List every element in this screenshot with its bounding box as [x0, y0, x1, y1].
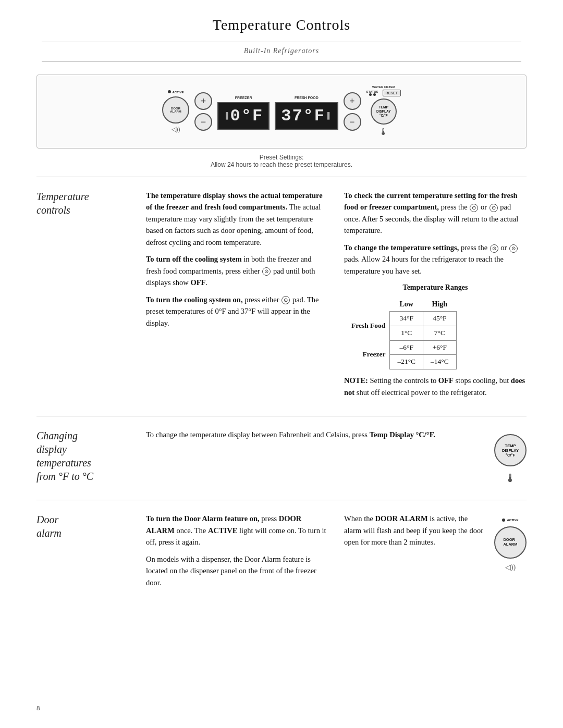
speaker-icon-right: ◁)): [505, 562, 516, 573]
freezer-display: 0°F: [230, 106, 264, 126]
subtitle: Built-In Refrigerators: [244, 47, 320, 55]
temp-ranges-container: Temperature Ranges Low High Fresh Food 3…: [344, 282, 527, 369]
freezer-low1: –6°F: [390, 340, 423, 355]
right-controls: WATER FILTER STATUS RESET TEMPDISPLAY°C/…: [366, 85, 401, 138]
changing-display-para: To change the temperature display betwee…: [146, 429, 473, 440]
freezer-row1: Freezer –6°F +6°F: [344, 340, 456, 355]
fresh-food-row-label: Fresh Food: [344, 311, 390, 340]
temp-p1: The temperature display shows the actual…: [146, 190, 328, 248]
active-label-right: ACTIVE: [507, 518, 518, 523]
water-filter-area: WATER FILTER STATUS RESET: [366, 85, 401, 96]
fresh-food-display-box: FRESH FOOD 37°F ▌: [275, 102, 338, 130]
door-alarm-btn-label: DOORALARM: [170, 107, 181, 113]
fresh-food-high1: 45°F: [423, 311, 457, 326]
freezer-display-box: FREEZER ▐ 0°F: [217, 102, 270, 130]
temp-ranges-table: Low High Fresh Food 34°F 45°F 1°C 7°C: [344, 298, 457, 369]
preset-line2: Allow 24 hours to reach these preset tem…: [211, 161, 352, 168]
fresh-food-display: 37°F: [281, 106, 325, 126]
header-divider2: [42, 61, 521, 62]
changing-display-right: TEMPDISPLAY°C/°F 🌡: [494, 429, 527, 487]
temp-controls-col-right: To check the current temperature setting…: [344, 190, 527, 403]
door-alarm-right-text: When the DOOR ALARM is active, the alarm…: [344, 513, 484, 553]
temp-p3: To turn the cooling system on, press eit…: [146, 294, 328, 329]
temp-controls-two-col: The temperature display shows the actual…: [146, 190, 527, 403]
door-alarm-btn-large[interactable]: DOORALARM: [494, 526, 527, 559]
table-header-row: Low High: [344, 298, 456, 311]
right-ctrl-pair: + −: [344, 92, 361, 131]
note-para: NOTE: Setting the controls to OFF stops …: [344, 375, 527, 398]
table-col-low: Low: [390, 298, 423, 311]
temp-controls-col-left: The temperature display shows the actual…: [146, 190, 328, 403]
door-alarm-p2: On models with a dispenser, the Door Ala…: [146, 553, 328, 588]
door-alarm-when-p: When the DOOR ALARM is active, the alarm…: [344, 513, 484, 548]
temp-p4: To check the current temperature setting…: [344, 190, 527, 237]
temp-display-btn-label: TEMPDISPLAY°C/°F: [376, 105, 391, 117]
page-number: 8: [36, 704, 40, 712]
door-alarm-btn[interactable]: DOORALARM: [162, 96, 189, 124]
fresh-food-row1: Fresh Food 34°F 45°F: [344, 311, 456, 326]
temp-display-btn-large[interactable]: TEMPDISPLAY°C/°F: [494, 434, 527, 466]
active-dot-right: [502, 519, 505, 522]
temp-p5: To change the temperature settings, pres…: [344, 242, 527, 277]
table-col-high: High: [423, 298, 457, 311]
header-divider: [42, 42, 521, 42]
temp-display-btn[interactable]: TEMPDISPLAY°C/°F: [371, 98, 397, 125]
fresh-food-low2: 1°C: [390, 326, 423, 340]
freezer-minus-btn[interactable]: −: [194, 113, 212, 131]
panel-inner: ACTIVE DOORALARM ◁)) + − FREEZER ▐ 0°F F…: [162, 85, 401, 138]
temperature-controls-section: Temperaturecontrols The temperature disp…: [0, 177, 563, 416]
status-dot2: [373, 93, 376, 96]
control-panel: ACTIVE DOORALARM ◁)) + − FREEZER ▐ 0°F F…: [36, 75, 527, 149]
temp-display-btn-large-label: TEMPDISPLAY°C/°F: [502, 443, 519, 458]
temp-ranges-title: Temperature Ranges: [344, 282, 527, 293]
door-alarm-col-left: To turn the Door Alarm feature on, press…: [146, 513, 328, 594]
circle-icon-4: ⊙: [489, 204, 498, 212]
door-alarm-btn-large-label: DOORALARM: [503, 538, 517, 547]
page-header: Temperature Controls: [0, 0, 563, 40]
door-alarm-label: Dooralarm: [36, 513, 130, 594]
door-alarm-body: To turn the Door Alarm feature on, press…: [146, 513, 527, 594]
door-alarm-group: ACTIVE DOORALARM ◁)): [162, 90, 189, 133]
circle-icon-1: ⊙: [262, 267, 271, 276]
door-alarm-p1: To turn the Door Alarm feature on, press…: [146, 513, 328, 548]
freezer-icon-left: ▐: [224, 112, 228, 120]
reset-btn[interactable]: RESET: [383, 90, 401, 96]
freezer-row-label: Freezer: [344, 340, 390, 369]
water-filter-label: WATER FILTER: [372, 85, 395, 89]
fresh-food-low1: 34°F: [390, 311, 423, 326]
speaker-icon: ◁)): [172, 126, 180, 133]
temp-p2: To turn off the cooling system in both t…: [146, 253, 328, 288]
fresh-food-icon-right: ▌: [327, 112, 332, 120]
temp-controls-label-text: Temperaturecontrols: [36, 191, 89, 216]
active-label-panel: ACTIVE: [173, 91, 184, 94]
freezer-high2: –14°C: [423, 355, 457, 369]
preset-caption: Preset Settings: Allow 24 hours to reach…: [0, 154, 563, 168]
circle-icon-6: ⊙: [509, 244, 518, 253]
circle-icon-3: ⊙: [470, 204, 478, 212]
thermometer-icon: 🌡: [379, 127, 388, 138]
page-title: Temperature Controls: [42, 17, 521, 33]
status-dot1: [369, 93, 372, 96]
door-alarm-btn-group-right: ACTIVE DOORALARM ◁)): [494, 513, 527, 573]
circle-icon-5: ⊙: [490, 244, 498, 253]
temp-controls-label: Temperaturecontrols: [36, 190, 130, 403]
door-alarm-two-col: To turn the Door Alarm feature on, press…: [146, 513, 527, 594]
changing-display-label-text: Changingdisplaytemperaturesfrom °F to °C: [36, 430, 93, 482]
freezer-low2: –21°C: [390, 355, 423, 369]
fresh-food-high2: 7°C: [423, 326, 457, 340]
fresh-food-label: FRESH FOOD: [295, 96, 319, 100]
changing-display-section: Changingdisplaytemperaturesfrom °F to °C…: [0, 416, 563, 500]
freshfood-plus-btn[interactable]: +: [344, 92, 361, 110]
active-dot: [168, 90, 171, 93]
freezer-high1: +6°F: [423, 340, 457, 355]
changing-display-label: Changingdisplaytemperaturesfrom °F to °C: [36, 429, 130, 487]
subtitle-area: Built-In Refrigerators: [0, 44, 563, 57]
door-alarm-col-right: When the DOOR ALARM is active, the alarm…: [344, 513, 527, 594]
door-alarm-label-text: Dooralarm: [36, 514, 62, 539]
freshfood-minus-btn[interactable]: −: [344, 113, 361, 131]
table-col-empty: [344, 298, 390, 311]
freezer-plus-btn[interactable]: +: [194, 92, 212, 110]
temp-controls-body: The temperature display shows the actual…: [146, 190, 527, 403]
changing-display-text: To change the temperature display betwee…: [146, 429, 473, 446]
left-ctrl-pair: + −: [194, 92, 212, 131]
